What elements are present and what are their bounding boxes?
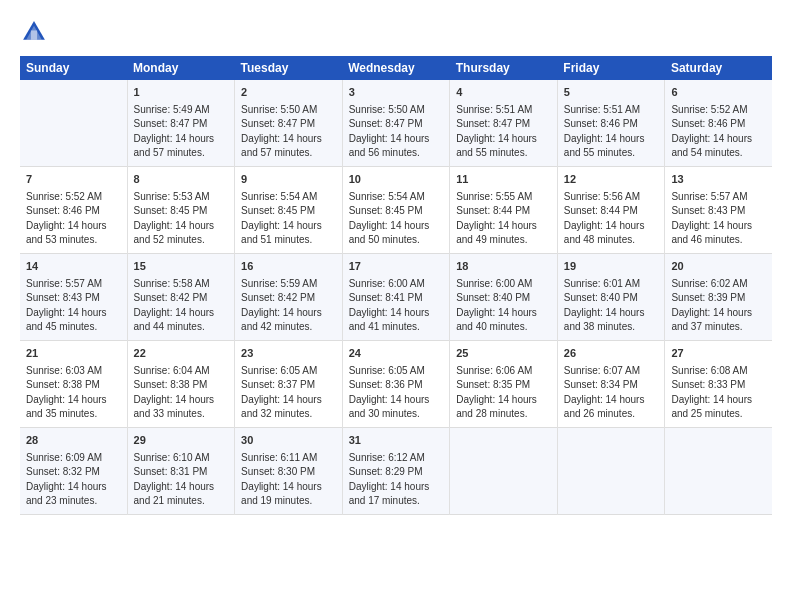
- day-number: 15: [134, 259, 229, 275]
- calendar-cell: 5Sunrise: 5:51 AMSunset: 8:46 PMDaylight…: [557, 80, 665, 166]
- day-number: 8: [134, 172, 229, 188]
- day-number: 1: [134, 85, 229, 101]
- day-info-line: and 45 minutes.: [26, 321, 97, 332]
- day-number: 20: [671, 259, 766, 275]
- day-info-line: and 42 minutes.: [241, 321, 312, 332]
- day-info-line: Daylight: 14 hours: [26, 394, 107, 405]
- day-info-line: and 33 minutes.: [134, 408, 205, 419]
- day-info-line: Sunrise: 5:50 AM: [241, 104, 317, 115]
- day-info-line: Sunset: 8:36 PM: [349, 379, 423, 390]
- cell-content: 1Sunrise: 5:49 AMSunset: 8:47 PMDaylight…: [134, 85, 229, 161]
- day-info-line: Daylight: 14 hours: [26, 481, 107, 492]
- logo: [20, 18, 52, 46]
- day-info-line: and 50 minutes.: [349, 234, 420, 245]
- calendar-cell: 3Sunrise: 5:50 AMSunset: 8:47 PMDaylight…: [342, 80, 450, 166]
- day-info-line: and 52 minutes.: [134, 234, 205, 245]
- day-info-line: Sunrise: 5:56 AM: [564, 191, 640, 202]
- day-info-line: and 57 minutes.: [241, 147, 312, 158]
- calendar-cell: 8Sunrise: 5:53 AMSunset: 8:45 PMDaylight…: [127, 166, 235, 253]
- day-info-line: and 46 minutes.: [671, 234, 742, 245]
- calendar-cell: 16Sunrise: 5:59 AMSunset: 8:42 PMDayligh…: [235, 253, 343, 340]
- cell-content: 22Sunrise: 6:04 AMSunset: 8:38 PMDayligh…: [134, 346, 229, 422]
- cell-content: 19Sunrise: 6:01 AMSunset: 8:40 PMDayligh…: [564, 259, 659, 335]
- calendar-cell: 27Sunrise: 6:08 AMSunset: 8:33 PMDayligh…: [665, 340, 772, 427]
- day-info-line: Sunrise: 6:00 AM: [349, 278, 425, 289]
- day-info-line: Daylight: 14 hours: [134, 133, 215, 144]
- cell-content: 8Sunrise: 5:53 AMSunset: 8:45 PMDaylight…: [134, 172, 229, 248]
- day-info-line: Sunrise: 5:54 AM: [349, 191, 425, 202]
- day-info-line: Sunset: 8:46 PM: [26, 205, 100, 216]
- day-info-line: Sunset: 8:43 PM: [671, 205, 745, 216]
- day-number: 13: [671, 172, 766, 188]
- day-info-line: Sunrise: 5:59 AM: [241, 278, 317, 289]
- cell-content: 20Sunrise: 6:02 AMSunset: 8:39 PMDayligh…: [671, 259, 766, 335]
- day-info-line: Sunset: 8:45 PM: [241, 205, 315, 216]
- calendar-cell: 4Sunrise: 5:51 AMSunset: 8:47 PMDaylight…: [450, 80, 558, 166]
- day-info-line: Sunrise: 5:52 AM: [671, 104, 747, 115]
- day-number: 19: [564, 259, 659, 275]
- day-info-line: Daylight: 14 hours: [671, 307, 752, 318]
- day-info-line: Sunset: 8:47 PM: [134, 118, 208, 129]
- day-info-line: Sunset: 8:41 PM: [349, 292, 423, 303]
- day-number: 29: [134, 433, 229, 449]
- day-of-week-header: Sunday: [20, 56, 127, 80]
- day-info-line: and 17 minutes.: [349, 495, 420, 506]
- day-info-line: Sunset: 8:37 PM: [241, 379, 315, 390]
- day-info-line: Sunset: 8:39 PM: [671, 292, 745, 303]
- calendar-cell: 30Sunrise: 6:11 AMSunset: 8:30 PMDayligh…: [235, 427, 343, 514]
- calendar-cell: [665, 427, 772, 514]
- day-info-line: Sunset: 8:29 PM: [349, 466, 423, 477]
- day-info-line: and 57 minutes.: [134, 147, 205, 158]
- calendar-week-row: 21Sunrise: 6:03 AMSunset: 8:38 PMDayligh…: [20, 340, 772, 427]
- header-row: SundayMondayTuesdayWednesdayThursdayFrid…: [20, 56, 772, 80]
- cell-content: 18Sunrise: 6:00 AMSunset: 8:40 PMDayligh…: [456, 259, 551, 335]
- day-info-line: Sunrise: 6:05 AM: [349, 365, 425, 376]
- calendar-cell: 31Sunrise: 6:12 AMSunset: 8:29 PMDayligh…: [342, 427, 450, 514]
- day-number: 5: [564, 85, 659, 101]
- calendar-header: SundayMondayTuesdayWednesdayThursdayFrid…: [20, 56, 772, 80]
- day-info-line: Daylight: 14 hours: [241, 394, 322, 405]
- day-info-line: Sunrise: 6:01 AM: [564, 278, 640, 289]
- day-info-line: Daylight: 14 hours: [241, 133, 322, 144]
- day-number: 22: [134, 346, 229, 362]
- day-info-line: Daylight: 14 hours: [564, 133, 645, 144]
- day-info-line: Daylight: 14 hours: [134, 481, 215, 492]
- day-info-line: Sunset: 8:40 PM: [456, 292, 530, 303]
- cell-content: 26Sunrise: 6:07 AMSunset: 8:34 PMDayligh…: [564, 346, 659, 422]
- day-info-line: Sunrise: 5:51 AM: [564, 104, 640, 115]
- cell-content: 17Sunrise: 6:00 AMSunset: 8:41 PMDayligh…: [349, 259, 444, 335]
- calendar-cell: 17Sunrise: 6:00 AMSunset: 8:41 PMDayligh…: [342, 253, 450, 340]
- day-info-line: Daylight: 14 hours: [456, 307, 537, 318]
- day-info-line: Daylight: 14 hours: [456, 394, 537, 405]
- day-info-line: and 32 minutes.: [241, 408, 312, 419]
- day-info-line: Daylight: 14 hours: [241, 481, 322, 492]
- day-info-line: and 44 minutes.: [134, 321, 205, 332]
- calendar-cell: 9Sunrise: 5:54 AMSunset: 8:45 PMDaylight…: [235, 166, 343, 253]
- cell-content: 23Sunrise: 6:05 AMSunset: 8:37 PMDayligh…: [241, 346, 336, 422]
- cell-content: 10Sunrise: 5:54 AMSunset: 8:45 PMDayligh…: [349, 172, 444, 248]
- day-info-line: and 23 minutes.: [26, 495, 97, 506]
- day-info-line: Sunrise: 5:55 AM: [456, 191, 532, 202]
- calendar-cell: 14Sunrise: 5:57 AMSunset: 8:43 PMDayligh…: [20, 253, 127, 340]
- calendar-cell: 24Sunrise: 6:05 AMSunset: 8:36 PMDayligh…: [342, 340, 450, 427]
- day-number: 2: [241, 85, 336, 101]
- day-info-line: Sunrise: 5:49 AM: [134, 104, 210, 115]
- cell-content: 3Sunrise: 5:50 AMSunset: 8:47 PMDaylight…: [349, 85, 444, 161]
- day-number: 23: [241, 346, 336, 362]
- cell-content: 15Sunrise: 5:58 AMSunset: 8:42 PMDayligh…: [134, 259, 229, 335]
- day-info-line: Sunrise: 5:57 AM: [26, 278, 102, 289]
- day-number: 14: [26, 259, 121, 275]
- day-info-line: Sunrise: 5:50 AM: [349, 104, 425, 115]
- day-info-line: Sunrise: 5:52 AM: [26, 191, 102, 202]
- day-info-line: Daylight: 14 hours: [349, 133, 430, 144]
- day-info-line: Sunrise: 6:05 AM: [241, 365, 317, 376]
- day-info-line: Daylight: 14 hours: [564, 394, 645, 405]
- day-info-line: Sunrise: 6:09 AM: [26, 452, 102, 463]
- day-info-line: Daylight: 14 hours: [26, 220, 107, 231]
- day-number: 9: [241, 172, 336, 188]
- cell-content: 11Sunrise: 5:55 AMSunset: 8:44 PMDayligh…: [456, 172, 551, 248]
- cell-content: 27Sunrise: 6:08 AMSunset: 8:33 PMDayligh…: [671, 346, 766, 422]
- day-info-line: and 37 minutes.: [671, 321, 742, 332]
- cell-content: 13Sunrise: 5:57 AMSunset: 8:43 PMDayligh…: [671, 172, 766, 248]
- day-of-week-header: Thursday: [450, 56, 558, 80]
